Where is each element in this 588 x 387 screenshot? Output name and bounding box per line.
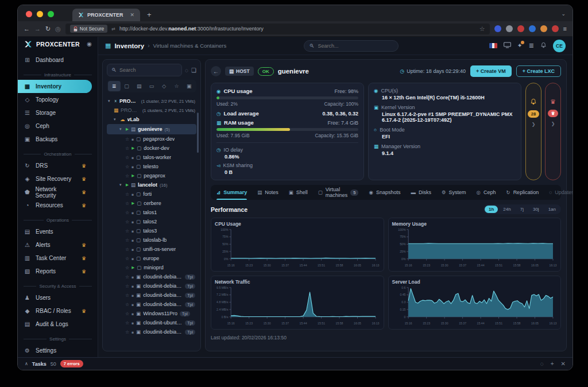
tree-node-host[interactable]: ▾▶▤lancelot(16): [107, 180, 196, 189]
tree-view-mode-2[interactable]: ▤: [133, 81, 145, 91]
favorite-star-icon[interactable]: ☆: [125, 320, 129, 326]
sidebar-item-rbac-roles[interactable]: ◆RBAC / Roles♛: [18, 304, 92, 318]
tree-view-mode-4[interactable]: ◇: [158, 81, 171, 91]
add-icon[interactable]: +: [551, 361, 554, 367]
sidebar-item-backups[interactable]: ▣Backups: [18, 133, 92, 146]
sidebar-item-events[interactable]: ▤Events: [18, 225, 92, 238]
tab-summary[interactable]: ⊿Summary: [216, 185, 247, 200]
tree-node-vm[interactable]: ☆■▢taloslab-lb: [107, 235, 196, 245]
sidebar-item-dashboard[interactable]: ⊞Dashboard: [18, 53, 92, 67]
sidebar-item-topology[interactable]: ◇Topology: [18, 93, 92, 106]
tab-disks[interactable]: ▬Disks: [411, 185, 431, 200]
favorite-star-icon[interactable]: ☆: [125, 284, 129, 289]
tree-scrollbar[interactable]: [197, 113, 199, 153]
premium-pill[interactable]: ♛ ♛ ❯: [545, 83, 561, 180]
tree-node-vm[interactable]: ☆■▢europe: [107, 254, 196, 263]
tree-node[interactable]: ▾☁vLab: [107, 115, 196, 124]
chevron-up-icon[interactable]: ∧: [25, 361, 28, 366]
extension-icon[interactable]: [540, 25, 547, 32]
sidebar-item-network-security[interactable]: ⬟Network Security♛: [18, 185, 92, 199]
tab-system[interactable]: ⚙System: [442, 185, 466, 200]
favorite-star-icon[interactable]: ☆: [125, 229, 129, 234]
spinner-icon[interactable]: ◌: [540, 361, 544, 367]
extension-icon[interactable]: [517, 25, 524, 32]
reader-icon[interactable]: ⇄: [111, 26, 115, 32]
close-icon[interactable]: ✕: [561, 361, 566, 367]
tab-notes[interactable]: ▤Notes: [257, 185, 278, 200]
tree-node-vm[interactable]: ☆■▣cloudinit-debian12-vlan200Tpl: [107, 291, 196, 300]
extension-icon[interactable]: [529, 25, 536, 32]
favorite-star-icon[interactable]: ☆: [125, 238, 129, 243]
tab-virtual-machines[interactable]: ▢Virtual machines5: [318, 185, 359, 200]
favorite-star-icon[interactable]: ☆: [125, 137, 129, 142]
tree-node-vm[interactable]: ☆■▣cloudinit-debian11-vlan1Tpl: [107, 272, 196, 281]
tree-node-vm[interactable]: ☆▶▢docker-dev: [107, 144, 196, 153]
tree-view-mode-1[interactable]: ▢: [121, 81, 133, 91]
tree-node[interactable]: ▦PROXMOX VE(1 clusters, 2 PVE, 21 VMs): [107, 106, 196, 115]
tree-node-vm[interactable]: ☆■▢talos2: [107, 217, 196, 226]
create-lxc-button[interactable]: + Create LXC: [516, 65, 561, 77]
tree-node-vm[interactable]: ☆■▢talos1: [107, 208, 196, 217]
favorite-star-icon[interactable]: ☆: [125, 293, 129, 298]
tree-search-input[interactable]: [119, 67, 177, 73]
task-list-icon[interactable]: ≣: [529, 42, 534, 49]
tab-replication[interactable]: ↻Replication: [506, 185, 539, 200]
tree-node-vm[interactable]: ☆▶▢pegaprox: [107, 171, 196, 180]
sidebar-item-task-center[interactable]: ▥Task Center♛: [18, 251, 92, 265]
tree-view-mode-3[interactable]: ▭: [145, 81, 158, 91]
alerts-pill[interactable]: 28 ❯: [525, 83, 541, 180]
browser-tab[interactable]: PROXCENTER ✕: [72, 9, 140, 21]
tree-node-vm[interactable]: ☆■▢talos3: [107, 226, 196, 235]
tab-shell[interactable]: ▣Shell: [289, 185, 308, 200]
sidebar-item-users[interactable]: ♟Users: [18, 291, 92, 304]
back-icon[interactable]: ←: [24, 25, 30, 32]
expand-caret-icon[interactable]: ▾: [114, 117, 118, 122]
extension-icon[interactable]: [506, 25, 513, 32]
new-tab-button[interactable]: +: [147, 10, 152, 19]
favorite-star-icon[interactable]: ☆: [125, 192, 129, 197]
favorite-star-icon[interactable]: ☆: [125, 219, 129, 225]
tree-node-vm[interactable]: ☆■▣cloudinit-debian11-vlan200Tpl: [107, 281, 196, 291]
global-search-input[interactable]: [318, 43, 393, 49]
refresh-icon[interactable]: ◌: [185, 67, 188, 73]
favorite-star-icon[interactable]: ☆: [125, 247, 129, 252]
url-field[interactable]: Not Secure ⇄ http://docker-dev.dev.naone…: [65, 24, 490, 34]
tree-node-vm[interactable]: ☆■▢pegaprox-dev: [107, 134, 196, 144]
shield-icon[interactable]: ◎: [55, 25, 61, 33]
tree-node-vm[interactable]: ☆■▢forti: [107, 189, 196, 199]
sidebar-item-audit-logs[interactable]: ▤Audit & Logs: [18, 318, 92, 331]
sidebar-item-site-recovery[interactable]: ◈Site Recovery♛: [18, 172, 92, 185]
sidebar-item-settings[interactable]: ⚙Settings: [18, 344, 92, 357]
tree-view-mode-0[interactable]: ≣: [108, 81, 121, 91]
tasks-bar[interactable]: ∧ Tasks 50 7 errors ◌ + ✕: [18, 357, 572, 370]
columns-icon[interactable]: ❏: [191, 67, 196, 73]
tree-search[interactable]: 🔍︎: [107, 64, 182, 76]
favorite-star-icon[interactable]: ☆: [125, 302, 129, 307]
global-search[interactable]: 🔍︎: [304, 40, 399, 52]
tab-updates[interactable]: ◌Updates: [549, 185, 573, 200]
tree-node-vm[interactable]: ☆■▢talos-worker: [107, 153, 196, 162]
ai-sparkle-icon[interactable]: ✦: [517, 42, 523, 49]
tree-node-vm[interactable]: ☆■▣Windows11ProTpl: [107, 309, 196, 318]
tree-node-vm[interactable]: ☆■▣cloudinit-ubuntu-24.10-vlan200Tpl: [107, 318, 196, 327]
favorite-star-icon[interactable]: ☆: [125, 164, 129, 169]
sidebar-item-inventory[interactable]: ▦Inventory: [18, 80, 92, 93]
forward-icon[interactable]: →: [34, 25, 41, 32]
close-window-button[interactable]: [26, 11, 32, 17]
favorite-star-icon[interactable]: ☆: [125, 155, 129, 160]
tree-view-mode-6[interactable]: ▣: [183, 81, 195, 91]
sidebar-item-storage[interactable]: ☰Storage: [18, 106, 92, 119]
favorite-star-icon[interactable]: ☆: [125, 210, 129, 215]
create-vm-button[interactable]: + Create VM: [470, 65, 512, 77]
sidebar-item-drs[interactable]: ↻DRS♛: [18, 159, 92, 172]
tree-node-vm[interactable]: ☆■▢telesto: [107, 162, 196, 171]
back-button[interactable]: ←: [211, 66, 221, 76]
range-1h[interactable]: 1h: [485, 206, 498, 213]
favorite-star-icon[interactable]: ☆: [125, 274, 129, 280]
extension-icon[interactable]: [494, 25, 501, 32]
console-icon[interactable]: [504, 42, 511, 49]
sidebar-item-alerts[interactable]: ⚠Alerts♛: [18, 238, 92, 251]
favorite-star-icon[interactable]: ☆: [125, 201, 129, 206]
tab-snapshots[interactable]: ◉Snapshots: [369, 185, 400, 200]
reload-icon[interactable]: ↻: [45, 25, 51, 33]
